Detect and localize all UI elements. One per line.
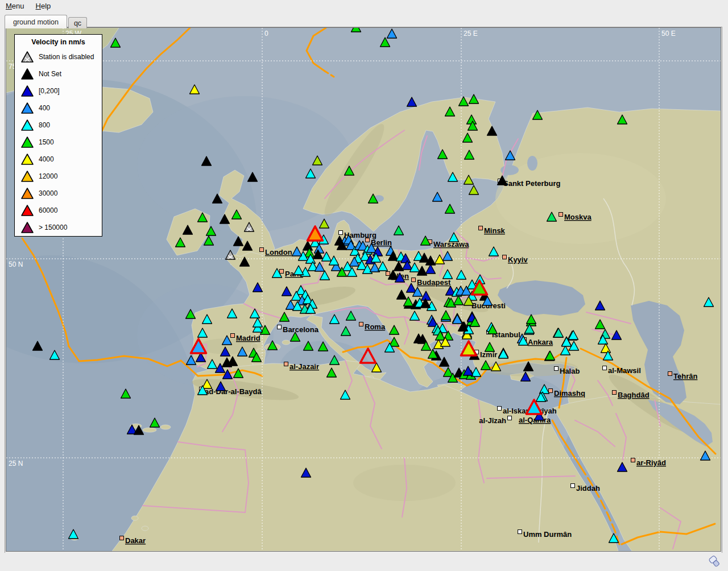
city-marker[interactable] xyxy=(339,231,343,235)
city-label: Dimashq xyxy=(554,389,585,398)
grid-label: 0 xyxy=(264,30,268,38)
menu-item-help[interactable]: Help xyxy=(30,0,57,13)
legend-item: 1500 xyxy=(15,134,102,151)
map-canvas[interactable]: 25 W025 E50 E75 N50 N25 N LondonParisHam… xyxy=(6,28,721,551)
city-label: Ankara xyxy=(528,338,553,346)
legend-item: 4000 xyxy=(15,151,102,168)
station-triangle-icon xyxy=(20,85,34,97)
station-triangle-icon xyxy=(20,136,34,148)
city-label: Umm Durmân xyxy=(523,530,572,539)
city-marker[interactable] xyxy=(668,372,672,376)
legend-item: 400 xyxy=(15,100,102,117)
city-label: Minsk xyxy=(484,226,506,235)
city-marker[interactable] xyxy=(503,255,507,259)
legend-item-label: 30000 xyxy=(39,189,57,197)
city-label: al-Mawsil xyxy=(608,366,641,375)
city-marker[interactable] xyxy=(603,366,607,370)
tab-bar: ground motionqc xyxy=(5,15,88,27)
grid-label: 50 N xyxy=(9,260,23,268)
legend-item-label: 1500 xyxy=(39,138,54,146)
legend-item-label: > 150000 xyxy=(39,224,67,231)
legend-item: 800 xyxy=(15,117,102,134)
station-triangle-icon xyxy=(20,170,34,183)
city-marker[interactable] xyxy=(549,389,553,393)
city-marker[interactable] xyxy=(479,226,483,230)
tab-ground-motion[interactable]: ground motion xyxy=(5,15,67,28)
legend-item-label: 4000 xyxy=(39,155,54,163)
status-bar xyxy=(0,553,728,571)
city-marker[interactable] xyxy=(559,213,563,217)
city-marker[interactable] xyxy=(284,362,288,366)
legend-item-label: Not Set xyxy=(39,70,61,78)
city-marker[interactable] xyxy=(260,248,264,252)
city-marker[interactable] xyxy=(120,536,124,540)
station-triangle-icon xyxy=(20,102,34,114)
city-marker[interactable] xyxy=(508,416,512,420)
legend-item-label: 12000 xyxy=(39,172,57,180)
tab-qc[interactable]: qc xyxy=(68,17,87,28)
legend-item: Not Set xyxy=(15,65,102,82)
legend-item-label: 800 xyxy=(39,121,50,129)
legend-title: Velocity in nm/s xyxy=(15,35,102,48)
city-label: al-Jîzah xyxy=(479,416,506,425)
city-marker[interactable] xyxy=(518,530,522,534)
city-marker[interactable] xyxy=(412,278,416,282)
station-triangle-icon xyxy=(20,119,34,131)
city-label: Madrid xyxy=(236,334,260,342)
legend-item-label: 60000 xyxy=(39,206,57,214)
city-label: Tehrân xyxy=(673,372,697,380)
legend-item: > 150000 xyxy=(15,219,102,236)
station-marker[interactable] xyxy=(351,28,361,32)
city-marker[interactable] xyxy=(498,407,502,411)
legend-item-label: [0,200] xyxy=(39,87,60,95)
legend-box: Velocity in nm/s Station is disabledNot … xyxy=(14,34,102,237)
grid-label: 25 N xyxy=(9,460,23,467)
city-marker[interactable] xyxy=(613,391,617,395)
city-label: Berlin xyxy=(371,238,392,247)
station-triangle-icon xyxy=(20,68,34,80)
city-label: Jiddah xyxy=(576,484,600,493)
menu-item-menu[interactable]: Menu xyxy=(0,0,30,13)
legend-item: Station is disabled xyxy=(15,48,102,65)
station-triangle-icon xyxy=(20,221,34,234)
station-triangle-icon xyxy=(20,204,34,217)
grid-label: 50 E xyxy=(661,30,676,38)
menu-bar: MenuHelp xyxy=(0,0,728,14)
city-label: Barcelona xyxy=(283,325,319,334)
city-label: Moskva xyxy=(564,213,592,221)
grid-label: 25 E xyxy=(464,30,478,38)
city-marker[interactable] xyxy=(366,238,370,242)
map-view[interactable]: 25 W025 E50 E75 N50 N25 N LondonParisHam… xyxy=(6,27,721,552)
city-marker[interactable] xyxy=(555,367,559,371)
city-marker[interactable] xyxy=(631,458,635,462)
legend-item-label: Station is disabled xyxy=(39,53,94,61)
legend-item: 60000 xyxy=(15,202,102,219)
city-label: Dakar xyxy=(125,536,146,545)
city-marker[interactable] xyxy=(231,334,235,338)
connection-status-icon xyxy=(709,555,721,569)
city-label: Budapest xyxy=(417,278,451,287)
city-marker[interactable] xyxy=(280,270,284,274)
legend-item: [0,200] xyxy=(15,82,102,100)
station-triangle-icon xyxy=(20,153,34,165)
city-marker[interactable] xyxy=(571,484,575,488)
legend-item: 12000 xyxy=(15,168,102,185)
city-label: Roma xyxy=(365,322,386,331)
city-label: London xyxy=(265,248,292,256)
city-label: Sankt Peterburg xyxy=(503,179,560,188)
city-marker[interactable] xyxy=(386,272,390,276)
city-label: ar-Riyâd xyxy=(636,458,666,467)
city-marker[interactable] xyxy=(359,322,363,326)
station-triangle-icon xyxy=(20,187,34,200)
city-label: Halab xyxy=(560,367,580,375)
city-label: ad-Dar-al-Baydâ xyxy=(205,387,262,396)
city-label: Baghdâd xyxy=(618,391,650,399)
city-label: al-Jazair xyxy=(289,362,319,371)
legend-item-label: 400 xyxy=(39,104,50,112)
city-marker[interactable] xyxy=(278,325,282,329)
app-window: MenuHelp ground motionqc xyxy=(0,0,728,571)
legend-item: 30000 xyxy=(15,185,102,202)
disabled-station-icon xyxy=(20,51,34,63)
city-label: Kyyiv xyxy=(508,255,528,264)
